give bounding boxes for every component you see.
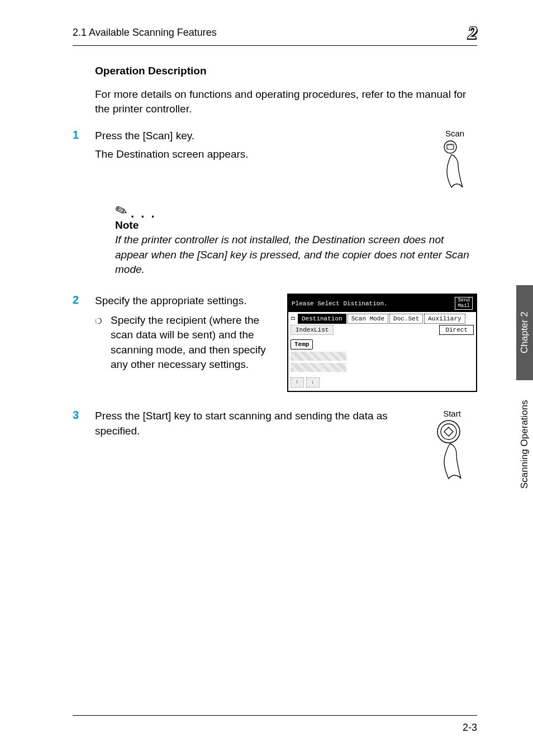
temp-button[interactable]: Temp bbox=[291, 339, 313, 349]
svg-point-0 bbox=[444, 141, 456, 153]
list-placeholder-row bbox=[291, 352, 346, 361]
footer-rule bbox=[73, 715, 477, 716]
side-tab-chapter: Chapter 2 bbox=[516, 285, 533, 380]
step-1-text: Press the [Scan] key. bbox=[95, 129, 432, 144]
svg-point-3 bbox=[441, 424, 456, 440]
svg-rect-1 bbox=[447, 144, 454, 149]
scroll-up-button[interactable]: ↑ bbox=[291, 377, 304, 388]
scroll-down-button[interactable]: ↓ bbox=[306, 377, 320, 388]
section-heading: Operation Description bbox=[95, 65, 477, 77]
step-number-1: 1 bbox=[73, 129, 95, 141]
scan-key-illustration: Scan bbox=[432, 129, 477, 191]
note-dots-icon: . . . bbox=[131, 209, 156, 219]
scan-key-label: Scan bbox=[432, 129, 477, 138]
step-number-2: 2 bbox=[73, 294, 95, 306]
step-number-3: 3 bbox=[73, 409, 95, 438]
start-key-label: Start bbox=[427, 409, 477, 418]
tab-auxiliary[interactable]: Auxiliary bbox=[424, 314, 465, 324]
start-press-icon bbox=[430, 419, 474, 481]
tab-doc-set[interactable]: Doc.Set bbox=[389, 314, 423, 324]
screen-top-message: Please Select Distination. bbox=[292, 300, 388, 307]
index-list-button[interactable]: IndexList bbox=[291, 325, 334, 335]
note-label: Note bbox=[115, 219, 477, 231]
step-2-bullet-text: Specify the recipient (where the scan da… bbox=[111, 313, 280, 372]
header-section-title: 2.1 Available Scanning Features bbox=[73, 27, 217, 39]
destination-screen-illustration: Please Select Distination. Send Mail 🗀 D… bbox=[287, 294, 477, 392]
pencil-icon: ✎ bbox=[113, 202, 130, 220]
scan-press-icon bbox=[438, 139, 472, 190]
step-1-subtext: The Destination screen appears. bbox=[95, 148, 432, 160]
tab-destination[interactable]: Destination bbox=[298, 314, 346, 324]
intro-paragraph: For more details on functions and operat… bbox=[95, 87, 477, 116]
step-3-text: Press the [Start] key to start scanning … bbox=[95, 409, 416, 438]
bullet-icon: ❍ bbox=[95, 313, 111, 327]
page-number: 2-3 bbox=[463, 722, 477, 734]
list-placeholder-row bbox=[291, 363, 346, 372]
note-text: If the printer controller is not install… bbox=[115, 233, 477, 277]
step-2-text: Specify the appropriate settings. bbox=[95, 294, 280, 309]
screen-mode-box: Send Mail bbox=[455, 297, 473, 310]
tab-scan-mode[interactable]: Scan Mode bbox=[348, 314, 388, 324]
start-key-illustration: Start bbox=[427, 409, 477, 483]
side-tab-section: Scanning Operations bbox=[516, 380, 533, 509]
direct-button[interactable]: Direct bbox=[439, 325, 474, 335]
chapter-badge: 2 bbox=[468, 22, 477, 43]
folder-icon: 🗀 bbox=[291, 315, 296, 322]
